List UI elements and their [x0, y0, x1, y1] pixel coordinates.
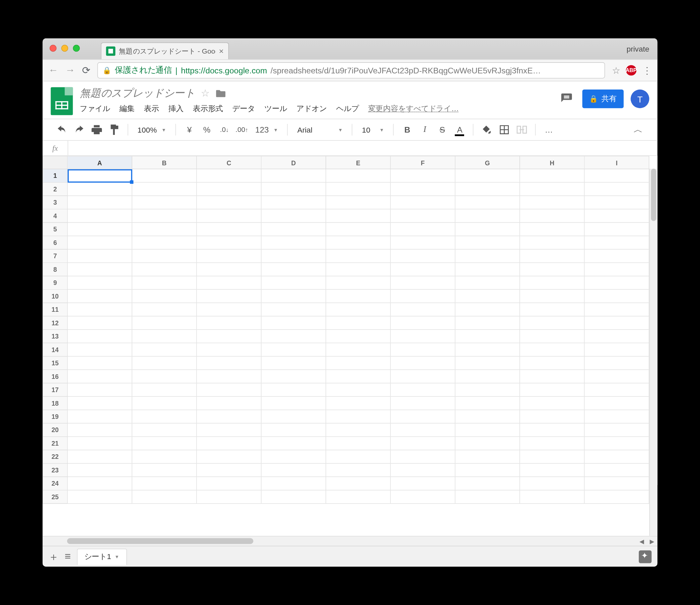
cell[interactable] — [197, 396, 261, 410]
cell[interactable] — [584, 236, 649, 249]
italic-button[interactable]: I — [417, 122, 432, 137]
cell[interactable] — [326, 249, 390, 263]
cell[interactable] — [584, 423, 649, 437]
zoom-window-icon[interactable] — [73, 45, 80, 52]
cell[interactable] — [455, 289, 520, 302]
cell[interactable] — [455, 370, 520, 383]
cell[interactable] — [326, 343, 390, 356]
cell[interactable] — [261, 490, 326, 503]
cell[interactable] — [132, 209, 197, 222]
cell[interactable] — [261, 209, 326, 222]
cell[interactable] — [132, 263, 197, 276]
nav-reload-icon[interactable]: ⟳ — [82, 64, 90, 76]
cell[interactable] — [390, 183, 455, 196]
cell[interactable] — [584, 450, 649, 463]
cell[interactable] — [132, 330, 197, 343]
star-document-icon[interactable]: ☆ — [201, 87, 209, 99]
row-header[interactable]: 15 — [43, 357, 68, 370]
cell[interactable] — [132, 343, 197, 356]
cell[interactable] — [455, 450, 520, 463]
row-header[interactable]: 7 — [43, 249, 68, 263]
cell[interactable] — [584, 249, 649, 263]
cell[interactable] — [326, 396, 390, 410]
sheet-tab-menu-icon[interactable]: ▼ — [115, 554, 119, 559]
cell[interactable] — [455, 396, 520, 410]
cell[interactable] — [390, 196, 455, 209]
cell[interactable] — [326, 316, 390, 329]
cell[interactable] — [455, 183, 520, 196]
cell[interactable] — [68, 437, 132, 450]
menu-file[interactable]: ファイル — [80, 104, 110, 114]
menu-data[interactable]: データ — [232, 104, 255, 114]
cell[interactable] — [584, 209, 649, 222]
cell[interactable] — [261, 183, 326, 196]
cell[interactable] — [68, 196, 132, 209]
row-header[interactable]: 9 — [43, 276, 68, 289]
menu-insert[interactable]: 挿入 — [168, 104, 183, 114]
cell[interactable] — [261, 423, 326, 437]
cell[interactable] — [584, 316, 649, 329]
cell[interactable] — [390, 263, 455, 276]
scroll-left-icon[interactable]: ◀ — [636, 538, 647, 544]
print-icon[interactable] — [89, 122, 104, 137]
browser-tab[interactable]: 無題のスプレッドシート - Google × — [101, 42, 229, 59]
cell[interactable] — [197, 249, 261, 263]
cell[interactable] — [584, 196, 649, 209]
formula-input[interactable] — [68, 141, 657, 155]
column-header[interactable]: B — [132, 156, 197, 169]
cell[interactable] — [132, 396, 197, 410]
cell[interactable] — [132, 383, 197, 396]
sheet-tab-1[interactable]: シート1 ▼ — [77, 549, 127, 565]
cell[interactable] — [584, 330, 649, 343]
undo-icon[interactable] — [54, 122, 70, 137]
cell[interactable] — [326, 209, 390, 222]
cell[interactable] — [390, 276, 455, 289]
cell[interactable] — [520, 477, 584, 490]
cell[interactable] — [520, 183, 584, 196]
scroll-right-icon[interactable]: ▶ — [647, 538, 658, 544]
row-header[interactable]: 3 — [43, 196, 68, 209]
cell[interactable] — [197, 222, 261, 236]
cell[interactable] — [132, 437, 197, 450]
cell[interactable] — [520, 222, 584, 236]
vertical-scrollbar[interactable] — [649, 168, 658, 536]
cell[interactable] — [68, 464, 132, 477]
cell[interactable] — [261, 330, 326, 343]
cell[interactable] — [132, 357, 197, 370]
column-header[interactable]: G — [455, 156, 520, 169]
cell[interactable] — [261, 263, 326, 276]
cell[interactable] — [455, 209, 520, 222]
cell[interactable] — [326, 236, 390, 249]
cell[interactable] — [261, 169, 326, 182]
cell[interactable] — [520, 410, 584, 423]
cell[interactable] — [197, 236, 261, 249]
row-header[interactable]: 17 — [43, 383, 68, 396]
cell[interactable] — [132, 464, 197, 477]
cell[interactable] — [520, 330, 584, 343]
cell[interactable] — [68, 330, 132, 343]
cell[interactable] — [520, 209, 584, 222]
cell[interactable] — [197, 490, 261, 503]
row-header[interactable]: 8 — [43, 263, 68, 276]
cell[interactable] — [197, 383, 261, 396]
share-button[interactable]: 🔒 共有 — [582, 89, 624, 108]
row-header[interactable]: 1 — [43, 169, 68, 182]
cell[interactable] — [390, 490, 455, 503]
cell[interactable] — [68, 316, 132, 329]
cell[interactable] — [390, 383, 455, 396]
menu-help[interactable]: ヘルプ — [336, 104, 359, 114]
cell[interactable] — [261, 437, 326, 450]
cell[interactable] — [390, 464, 455, 477]
cell[interactable] — [326, 370, 390, 383]
cell[interactable] — [390, 423, 455, 437]
cell[interactable] — [584, 490, 649, 503]
menu-view[interactable]: 表示 — [144, 104, 159, 114]
menu-tools[interactable]: ツール — [264, 104, 287, 114]
cell[interactable] — [132, 249, 197, 263]
column-header[interactable]: F — [390, 156, 455, 169]
cell[interactable] — [261, 383, 326, 396]
cell[interactable] — [520, 196, 584, 209]
strikethrough-button[interactable]: S — [435, 122, 450, 137]
cell[interactable] — [326, 490, 390, 503]
cell[interactable] — [68, 209, 132, 222]
